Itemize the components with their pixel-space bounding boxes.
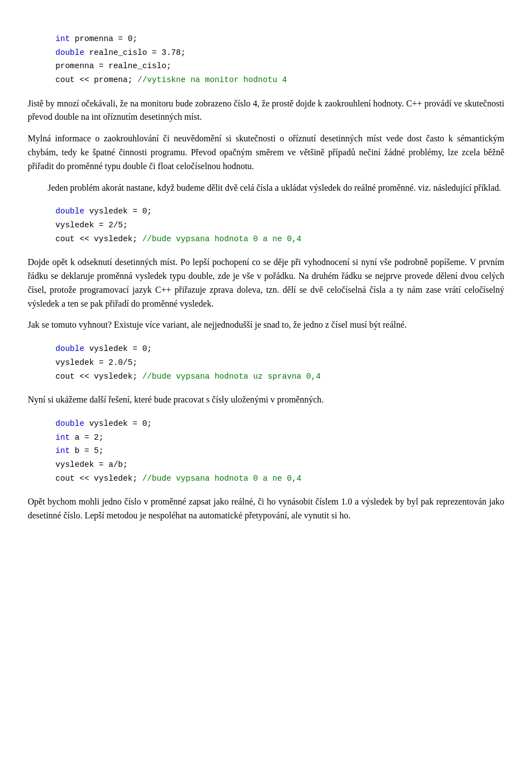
code-block-5: double vysledek = 0; vysledek = 2.0/5; c… bbox=[55, 342, 504, 383]
code-block-1: int promenna = 0; double realne_cislo = … bbox=[55, 32, 504, 87]
keyword-double-2: double bbox=[55, 207, 84, 216]
keyword-int-1: int bbox=[55, 34, 70, 43]
keyword-double-1: double bbox=[55, 48, 84, 57]
keyword-double-3: double bbox=[55, 344, 84, 353]
keyword-double-4: double bbox=[55, 419, 84, 428]
keyword-int-3: int bbox=[55, 446, 70, 455]
paragraph-7: Opět bychom mohli jedno číslo v proměnné… bbox=[28, 495, 504, 523]
code-block-6: double vysledek = 0; int a = 2; int b = … bbox=[55, 417, 504, 485]
paragraph-3: Jeden problém akorát nastane, když budem… bbox=[28, 181, 504, 195]
paragraph-4: Dojde opět k odseknutí desetinných míst.… bbox=[28, 256, 504, 310]
paragraph-1: Jistě by mnozí očekávali, že na monitoru… bbox=[28, 97, 504, 125]
paragraph-6: Nyní si ukážeme další řešení, které bude… bbox=[28, 393, 504, 407]
paragraph-2: Mylná informace o zaokrouhlování či neuv… bbox=[28, 132, 504, 173]
paragraph-5: Jak se tomuto vyhnout? Existuje více var… bbox=[28, 318, 504, 332]
keyword-int-2: int bbox=[55, 433, 70, 442]
code-block-3: double vysledek = 0; vysledek = 2/5; cou… bbox=[55, 205, 504, 246]
